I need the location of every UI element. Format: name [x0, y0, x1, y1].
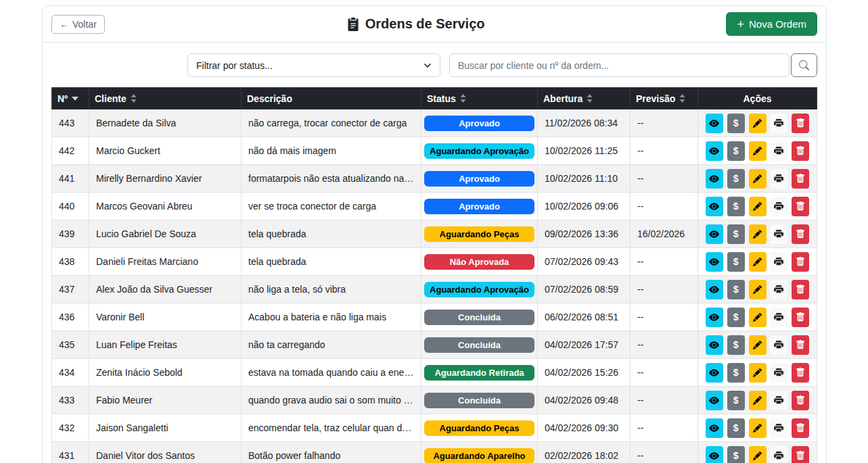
- print-order-button[interactable]: [770, 418, 787, 438]
- print-order-button[interactable]: [770, 169, 787, 189]
- delete-order-button[interactable]: [792, 363, 809, 383]
- view-order-button[interactable]: [706, 141, 723, 161]
- opened-at-cell: 07/02/2026 09:43: [538, 248, 631, 276]
- edit-order-button[interactable]: [749, 391, 767, 410]
- clipboard-icon: [346, 18, 360, 31]
- new-order-button[interactable]: + Nova Ordem: [726, 12, 817, 36]
- delete-order-button[interactable]: [792, 224, 809, 244]
- pencil-icon: [753, 147, 762, 155]
- column-header-abertura[interactable]: Abertura: [538, 88, 631, 109]
- print-order-button[interactable]: [770, 335, 787, 355]
- money-order-button[interactable]: $: [727, 391, 745, 410]
- description-cell: Acabou a bateria e não liga mais: [242, 303, 421, 331]
- view-order-button[interactable]: [706, 252, 723, 272]
- print-order-button[interactable]: [770, 197, 787, 216]
- view-order-button[interactable]: [706, 363, 723, 383]
- view-order-button[interactable]: [706, 114, 723, 133]
- edit-order-button[interactable]: [749, 418, 767, 438]
- delete-order-button[interactable]: [792, 197, 809, 216]
- client-cell: Mirelly Bernardino Xavier: [89, 165, 242, 193]
- delete-order-button[interactable]: [792, 280, 809, 299]
- column-header-status[interactable]: Status: [421, 88, 538, 109]
- delete-order-button[interactable]: [792, 114, 809, 133]
- search-input[interactable]: [449, 53, 790, 77]
- edit-order-button[interactable]: [749, 308, 767, 327]
- status-cell: Aguardando Aparelho: [421, 442, 538, 463]
- edit-order-button[interactable]: [749, 252, 767, 272]
- view-order-button[interactable]: [706, 308, 723, 327]
- money-order-button[interactable]: $: [727, 252, 745, 272]
- print-order-button[interactable]: [770, 224, 787, 244]
- delete-order-button[interactable]: [792, 141, 809, 161]
- printer-icon: [774, 368, 783, 377]
- back-button[interactable]: ← Voltar: [51, 15, 105, 34]
- view-order-button[interactable]: [706, 446, 723, 463]
- money-order-button[interactable]: $: [727, 418, 745, 438]
- edit-order-button[interactable]: [749, 224, 767, 244]
- money-order-button[interactable]: $: [727, 363, 745, 383]
- view-order-button[interactable]: [706, 169, 723, 189]
- print-order-button[interactable]: [770, 252, 787, 272]
- view-order-button[interactable]: [706, 335, 723, 355]
- delete-order-button[interactable]: [792, 391, 809, 410]
- status-cell: Concluída: [421, 387, 538, 414]
- delete-order-button[interactable]: [792, 252, 809, 272]
- edit-order-button[interactable]: [749, 363, 767, 383]
- delete-order-button[interactable]: [792, 335, 809, 355]
- edit-order-button[interactable]: [749, 280, 767, 299]
- view-order-button[interactable]: [706, 391, 723, 410]
- edit-order-button[interactable]: [749, 446, 767, 463]
- column-header-numero[interactable]: Nº: [52, 88, 89, 109]
- edit-order-button[interactable]: [749, 141, 767, 161]
- money-order-button[interactable]: $: [727, 141, 745, 161]
- forecast-cell: --: [631, 193, 698, 220]
- edit-order-button[interactable]: [749, 169, 767, 189]
- money-order-button[interactable]: $: [727, 446, 745, 463]
- print-order-button[interactable]: [770, 308, 787, 327]
- money-order-button[interactable]: $: [727, 280, 745, 299]
- view-order-button[interactable]: [706, 197, 723, 216]
- column-header-cliente[interactable]: Cliente: [89, 88, 242, 109]
- money-order-button[interactable]: $: [727, 169, 745, 189]
- money-order-button[interactable]: $: [727, 335, 745, 355]
- status-cell: Aprovado: [421, 109, 538, 137]
- view-order-button[interactable]: [706, 418, 723, 438]
- edit-order-button[interactable]: [749, 335, 767, 355]
- status-filter-select[interactable]: Filtrar por status...: [187, 53, 440, 77]
- pencil-icon: [753, 452, 762, 460]
- view-order-button[interactable]: [706, 280, 723, 299]
- delete-order-button[interactable]: [792, 169, 809, 189]
- print-order-button[interactable]: [770, 446, 787, 463]
- opened-at-cell: 06/02/2026 08:51: [538, 303, 631, 331]
- money-order-button[interactable]: $: [727, 197, 745, 216]
- delete-order-button[interactable]: [792, 418, 809, 438]
- view-order-button[interactable]: [706, 224, 723, 244]
- eye-icon: [709, 257, 719, 267]
- description-cell: estava na tomada quando caiu a energia, …: [242, 359, 421, 387]
- new-order-button-label: Nova Ordem: [749, 18, 806, 30]
- status-cell: Aguardando Aprovação: [421, 276, 538, 303]
- actions-cell: $: [698, 165, 817, 193]
- search-button[interactable]: [791, 53, 817, 77]
- print-order-button[interactable]: [770, 280, 787, 299]
- edit-order-button[interactable]: [749, 197, 767, 216]
- money-order-button[interactable]: $: [727, 114, 745, 133]
- actions-cell: $: [698, 248, 817, 276]
- status-badge: Não Aprovada: [424, 254, 534, 270]
- delete-order-button[interactable]: [792, 446, 809, 463]
- print-order-button[interactable]: [770, 114, 787, 133]
- money-order-button[interactable]: $: [727, 308, 745, 327]
- print-order-button[interactable]: [770, 141, 787, 161]
- opened-at-cell: 10/02/2026 11:10: [538, 165, 631, 193]
- pencil-icon: [753, 230, 762, 239]
- edit-order-button[interactable]: [749, 114, 767, 133]
- dollar-icon: $: [733, 257, 739, 266]
- opened-at-cell: 10/02/2026 09:06: [538, 193, 631, 220]
- money-order-button[interactable]: $: [727, 224, 745, 244]
- column-header-previsao[interactable]: Previsão: [631, 88, 698, 109]
- print-order-button[interactable]: [770, 391, 787, 410]
- print-order-button[interactable]: [770, 363, 787, 383]
- delete-order-button[interactable]: [792, 308, 809, 327]
- card-header: ← Voltar Ordens de Serviço + Nova Ordem: [43, 6, 826, 43]
- pencil-icon: [753, 341, 762, 349]
